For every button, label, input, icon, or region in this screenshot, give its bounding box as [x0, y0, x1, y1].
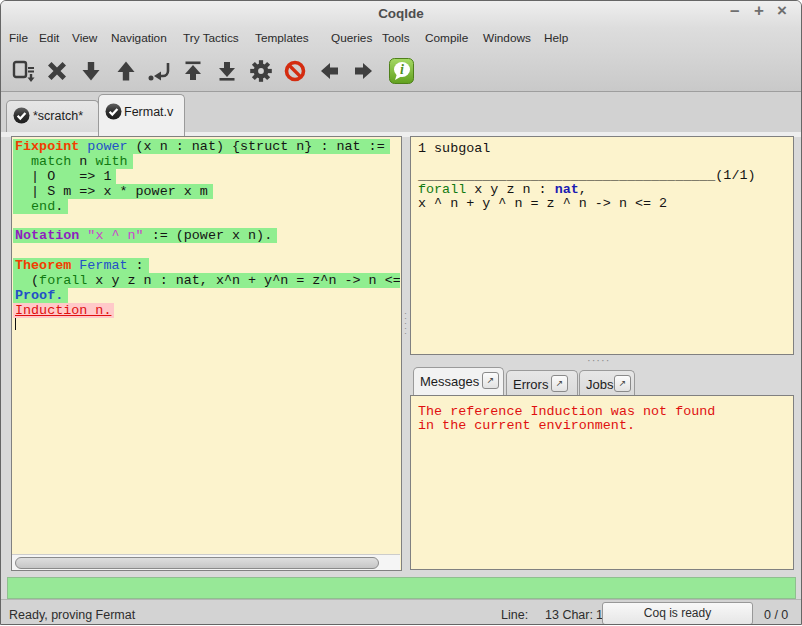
svg-text:i: i — [400, 62, 404, 77]
